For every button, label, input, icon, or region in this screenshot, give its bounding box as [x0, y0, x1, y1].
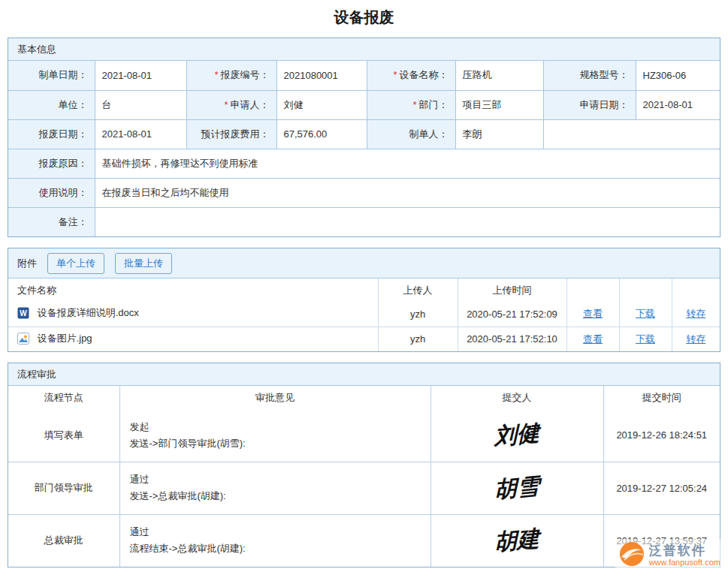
field-value: 2021080001 — [276, 61, 367, 90]
opinion-line: 发送->总裁审批(胡建): — [130, 488, 423, 504]
time-cell: 2019-12-27 12:05:24 — [603, 462, 720, 514]
approval-header: 流程审批 — [8, 363, 720, 386]
signature-cell: 刘健 — [430, 409, 603, 462]
transfer-link[interactable]: 转存 — [686, 333, 705, 345]
field-label: *部门： — [367, 90, 455, 119]
vendor-brand: 泛普软件 — [649, 544, 720, 558]
upload-time-cell: 2020-05-21 17:52:10 — [458, 327, 566, 351]
action-cell: 下载 — [619, 327, 672, 351]
col-action — [566, 278, 619, 302]
opinion-line: 流程结束->总裁审批(胡建): — [130, 540, 423, 557]
signature-image: 胡雪 — [494, 471, 539, 505]
download-link[interactable]: 下载 — [636, 333, 655, 345]
approval-row: 总裁审批 通过 流程结束->总裁审批(胡建): 胡建 2019-12-27 13… — [8, 514, 720, 567]
empty-cell — [543, 119, 720, 149]
node-cell: 部门领导审批 — [8, 462, 119, 514]
signature-cell: 胡建 — [430, 514, 603, 567]
approval-row: 部门领导审批 通过 发送->总裁审批(胡建): 胡雪 2019-12-27 12… — [8, 462, 720, 514]
single-upload-button[interactable]: 单个上传 — [47, 253, 104, 274]
field-label: 制单人： — [367, 119, 455, 149]
col-uploader: 上传人 — [378, 278, 458, 302]
required-marker: * — [214, 69, 218, 80]
signature-cell: 胡雪 — [430, 462, 603, 514]
field-label: 规格型号： — [543, 61, 636, 90]
col-node: 流程节点 — [8, 386, 119, 409]
table-header-row: 文件名称 上传人 上传时间 — [8, 278, 720, 302]
table-row: 单位： 台 *申请人： 刘健 *部门： 项目三部 申请日期： 2021-08-0… — [8, 90, 720, 119]
opinion-cell: 通过 发送->总裁审批(胡建): — [119, 462, 430, 514]
field-value: 基础件损坏，再修理达不到使用标准 — [95, 149, 720, 178]
field-value: 2021-08-01 — [95, 119, 186, 149]
attachments-table: 文件名称 上传人 上传时间 W 设备报废详细说明.docx yzh 2020-0… — [8, 278, 720, 351]
table-header-row: 流程节点 审批意见 提交人 提交时间 — [8, 386, 720, 409]
required-marker: * — [393, 69, 397, 80]
field-value: 67,576.00 — [276, 119, 367, 149]
field-label: 预计报废费用： — [186, 119, 276, 149]
vendor-watermark: 泛普软件 www.fanpusoft.com — [615, 539, 723, 572]
table-row: 使用说明： 在报废当日和之后均不能使用 — [8, 178, 720, 207]
image-file-icon — [17, 333, 29, 347]
col-upload-time: 上传时间 — [458, 278, 566, 302]
col-action — [672, 278, 720, 302]
view-link[interactable]: 查看 — [583, 308, 603, 319]
field-value: 台 — [95, 90, 186, 119]
required-marker: * — [412, 99, 416, 110]
action-cell: 下载 — [619, 302, 672, 327]
file-name: 设备图片.jpg — [38, 333, 92, 344]
batch-upload-button[interactable]: 批量上传 — [115, 253, 172, 274]
field-label: 备注： — [8, 207, 95, 236]
opinion-line: 发送->部门领导审批(胡雪): — [130, 435, 423, 452]
uploader-cell: yzh — [378, 327, 458, 351]
download-link[interactable]: 下载 — [636, 308, 655, 319]
page-title: 设备报废 — [0, 0, 728, 38]
file-name: 设备报废详细说明.docx — [38, 307, 139, 318]
attachments-title: 附件 — [17, 252, 37, 275]
table-row: 报废原因： 基础件损坏，再修理达不到使用标准 — [8, 149, 720, 178]
basic-info-header: 基本信息 — [8, 38, 720, 61]
attachments-section: 附件 单个上传 批量上传 文件名称 上传人 上传时间 — [8, 248, 720, 352]
attachments-header: 附件 单个上传 批量上传 — [8, 248, 720, 278]
field-label: 单位： — [8, 90, 95, 119]
field-label: 报废原因： — [8, 149, 95, 178]
transfer-link[interactable]: 转存 — [686, 308, 705, 319]
field-value — [95, 207, 720, 236]
field-label: 报废日期： — [8, 119, 95, 149]
field-value: 项目三部 — [455, 90, 543, 119]
table-row: 制单日期： 2021-08-01 *报废编号： 2021080001 *设备名称… — [8, 61, 720, 90]
approval-table: 流程节点 审批意见 提交人 提交时间 填写表单 发起 发送->部门领导审批(胡雪… — [8, 386, 720, 567]
field-label: 制单日期： — [8, 61, 95, 90]
field-value: HZ306-06 — [636, 61, 720, 90]
opinion-cell: 通过 流程结束->总裁审批(胡建): — [119, 514, 430, 567]
action-cell: 转存 — [672, 302, 720, 327]
attachment-row: W 设备报废详细说明.docx yzh 2020-05-21 17:52:09 … — [8, 302, 720, 327]
opinion-cell: 发起 发送->部门领导审批(胡雪): — [119, 409, 430, 462]
field-value: 李朗 — [455, 119, 543, 149]
field-value: 压路机 — [455, 61, 543, 90]
opinion-line: 通过 — [130, 524, 423, 540]
word-file-icon: W — [17, 307, 29, 321]
vendor-url: www.fanpusoft.com — [649, 558, 720, 567]
node-cell: 填写表单 — [8, 409, 119, 462]
approval-section: 流程审批 流程节点 审批意见 提交人 提交时间 填写表单 发起 发送->部门领 — [8, 363, 720, 567]
svg-text:W: W — [20, 309, 27, 318]
vendor-logo-icon — [618, 540, 645, 570]
view-link[interactable]: 查看 — [583, 333, 603, 345]
table-row: 备注： — [8, 207, 720, 236]
col-file-name: 文件名称 — [8, 278, 378, 302]
col-submitter: 提交人 — [430, 386, 603, 409]
upload-time-cell: 2020-05-21 17:52:09 — [458, 302, 566, 327]
field-label: *申请人： — [186, 90, 276, 119]
col-time: 提交时间 — [603, 386, 720, 409]
page: 设备报废 基本信息 制单日期： 2021-08-01 *报废编号： 202108… — [0, 0, 728, 575]
time-cell: 2019-12-26 18:24:51 — [603, 409, 720, 462]
col-opinion: 审批意见 — [119, 386, 430, 409]
basic-info-section: 基本信息 制单日期： 2021-08-01 *报废编号： 2021080001 … — [8, 38, 720, 237]
node-cell: 总裁审批 — [8, 514, 119, 567]
field-label: *报废编号： — [186, 61, 276, 90]
signature-image: 胡建 — [494, 523, 539, 558]
attachment-row: 设备图片.jpg yzh 2020-05-21 17:52:10 查看 下载 转… — [8, 327, 720, 351]
field-value: 2021-08-01 — [636, 90, 720, 119]
basic-info-table: 制单日期： 2021-08-01 *报废编号： 2021080001 *设备名称… — [8, 61, 720, 236]
required-marker: * — [224, 99, 228, 110]
vendor-text: 泛普软件 www.fanpusoft.com — [649, 544, 720, 567]
